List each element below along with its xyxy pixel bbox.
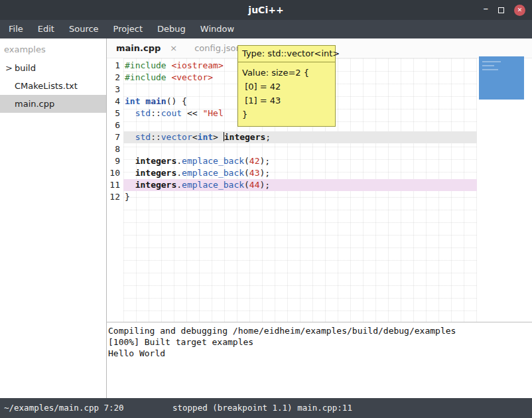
- code-token: std: [135, 108, 151, 118]
- code-line[interactable]: std::vector<int> integers;: [123, 131, 477, 143]
- juci-window: juCi++ – ✕ FileEditSourceProjectDebugWin…: [0, 0, 532, 418]
- tab-close-icon[interactable]: ×: [170, 43, 177, 53]
- code-token: integers: [224, 132, 266, 142]
- code-line[interactable]: integers.emplace_back(42);: [123, 155, 477, 167]
- code-token: emplace_back: [182, 180, 244, 190]
- status-debug-state: stopped (breakpoint 1.1) main.cpp:11: [172, 398, 352, 418]
- code-token: .: [176, 180, 182, 190]
- code-token: .: [176, 168, 182, 178]
- code-line[interactable]: [123, 143, 477, 155]
- code-token: integers: [135, 180, 177, 190]
- code-token: [125, 132, 135, 142]
- code-token: (: [244, 156, 249, 166]
- code-token: 42: [249, 156, 260, 166]
- code-token: );: [260, 180, 271, 190]
- file-tree-panel: examples >buildCMakeLists.txtmain.cpp: [0, 38, 107, 398]
- project-name-header: examples: [0, 38, 106, 59]
- tab-label: main.cpp: [116, 43, 161, 53]
- menu-project[interactable]: Project: [106, 20, 150, 38]
- tab-main-cpp[interactable]: main.cpp×: [116, 43, 177, 53]
- menu-file[interactable]: File: [1, 20, 31, 38]
- file-tree-item-build[interactable]: >build: [0, 59, 106, 77]
- line-number[interactable]: 3: [107, 84, 123, 96]
- code-token: (: [244, 168, 249, 178]
- line-number[interactable]: 1: [107, 60, 123, 72]
- window-controls: – ✕: [484, 0, 526, 20]
- code-token: #include: [125, 72, 171, 82]
- code-token: <<: [182, 108, 202, 118]
- code-token: 44: [249, 180, 260, 190]
- code-token: std: [135, 132, 151, 142]
- code-token: ::: [151, 108, 161, 118]
- code-token: integers: [135, 168, 177, 178]
- menu-edit[interactable]: Edit: [31, 20, 62, 38]
- code-token: emplace_back: [182, 168, 244, 178]
- tooltip-value-block: Value: size=2 { [0] = 42 [1] = 43}: [238, 62, 335, 126]
- code-line[interactable]: }: [123, 191, 477, 203]
- code-token: }: [125, 192, 130, 202]
- line-number[interactable]: 6: [107, 119, 123, 131]
- file-tree-item-label: main.cpp: [15, 99, 54, 109]
- file-tree-item-main-cpp[interactable]: main.cpp: [0, 95, 106, 113]
- code-token: [125, 168, 135, 178]
- maximize-button[interactable]: [498, 7, 504, 13]
- build-output-terminal[interactable]: Compiling and debugging /home/eidheim/ex…: [107, 322, 532, 398]
- line-number[interactable]: 11: [107, 179, 123, 191]
- code-token: <vector>: [171, 72, 213, 82]
- code-token: int: [198, 132, 213, 142]
- code-token: "Hel: [202, 108, 223, 118]
- code-token: [125, 156, 135, 166]
- code-token: );: [260, 168, 271, 178]
- code-token: .: [176, 156, 182, 166]
- code-line[interactable]: integers.emplace_back(43);: [123, 167, 477, 179]
- code-token: cout: [161, 108, 182, 118]
- minimize-button[interactable]: –: [484, 4, 489, 17]
- menu-window[interactable]: Window: [193, 20, 241, 38]
- code-token: );: [260, 156, 271, 166]
- line-number[interactable]: 12: [107, 191, 123, 203]
- code-token: int: [125, 96, 140, 106]
- line-number[interactable]: 2: [107, 72, 123, 84]
- tooltip-value-line: [1] = 43: [242, 94, 331, 107]
- line-number[interactable]: 10: [107, 167, 123, 179]
- menu-bar: FileEditSourceProjectDebugWindow: [0, 20, 532, 38]
- code-token: <: [192, 132, 198, 142]
- line-number[interactable]: 8: [107, 143, 123, 155]
- expander-icon[interactable]: >: [5, 59, 13, 77]
- window-title: juCi++: [0, 0, 532, 20]
- tab-label: config.json: [194, 43, 241, 53]
- line-number[interactable]: 4: [107, 96, 123, 107]
- minimap-line: [482, 61, 501, 62]
- code-token: vector: [161, 132, 192, 142]
- file-tree-item-label: build: [15, 63, 36, 73]
- line-number[interactable]: 5: [107, 107, 123, 119]
- code-line[interactable]: integers.emplace_back(44);: [123, 179, 477, 191]
- code-token: () {: [166, 96, 187, 106]
- code-token: <iostream>: [171, 60, 223, 70]
- line-number[interactable]: 9: [107, 155, 123, 167]
- file-tree-item-cmakelists-txt[interactable]: CMakeLists.txt: [0, 77, 106, 95]
- code-token: >: [213, 132, 224, 142]
- status-bar: ~/examples/main.cpp 7:20 stopped (breakp…: [0, 398, 532, 418]
- code-token: #include: [125, 60, 171, 70]
- minimap-line: [482, 65, 494, 66]
- close-button[interactable]: ✕: [514, 5, 525, 16]
- tooltip-value-line: }: [242, 107, 331, 121]
- code-token: main: [145, 96, 166, 106]
- terminal-line: Compiling and debugging /home/eidheim/ex…: [108, 325, 531, 336]
- debug-value-tooltip: Type: std::vector<int> Value: size=2 { […: [237, 45, 336, 127]
- file-tree: >buildCMakeLists.txtmain.cpp: [0, 59, 106, 113]
- code-token: emplace_back: [182, 156, 244, 166]
- minimap[interactable]: [479, 56, 524, 100]
- code-token: [125, 180, 135, 190]
- editor-gutter: 123456789101112: [107, 58, 123, 322]
- code-token: ;: [265, 132, 271, 142]
- status-file-location: ~/examples/main.cpp 7:20: [4, 398, 124, 418]
- line-number[interactable]: 7: [107, 131, 123, 143]
- menu-source[interactable]: Source: [62, 20, 106, 38]
- menu-debug[interactable]: Debug: [150, 20, 193, 38]
- title-bar: juCi++ – ✕: [0, 0, 532, 20]
- file-tree-item-label: CMakeLists.txt: [15, 81, 78, 91]
- tooltip-value-line: [0] = 42: [242, 80, 331, 94]
- code-token: integers: [135, 156, 177, 166]
